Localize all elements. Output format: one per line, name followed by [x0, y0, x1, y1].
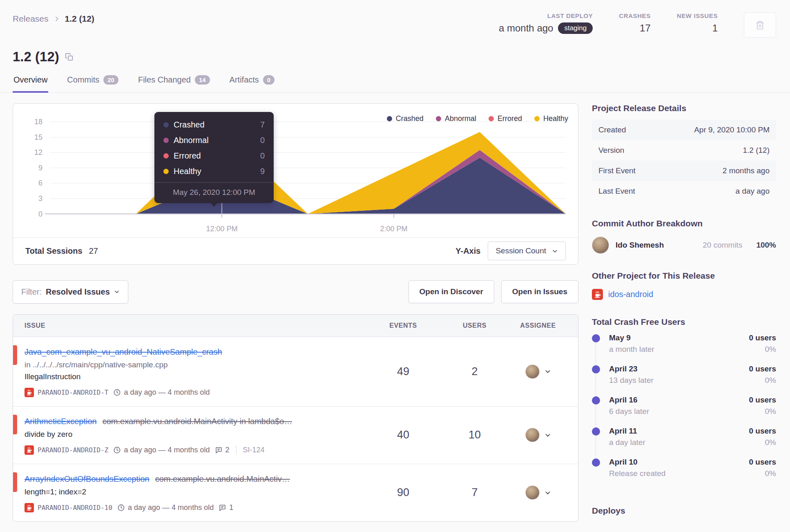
timeline-dot-icon	[592, 396, 600, 405]
breadcrumb-releases-link[interactable]: Releases	[13, 14, 49, 24]
release-sidebar: Project Release Details CreatedApr 9, 20…	[592, 103, 776, 522]
commits-count-badge: 20	[103, 75, 118, 85]
issue-age: a day ago — 4 months old	[117, 503, 214, 512]
issue-location: in ../../../../src/main/cpp/native-sampl…	[25, 360, 366, 369]
issue-title-link[interactable]: Java_com_example_vu_android_NativeSample…	[25, 346, 222, 358]
section-heading: Total Crash Free Users	[592, 317, 776, 327]
chart-footer: Total Sessions 27 Y-Axis Session Count	[13, 237, 578, 264]
title-row: 1.2 (12)	[0, 38, 790, 65]
section-heading: Commit Author Breakdown	[592, 219, 776, 228]
timeline-dot-icon	[592, 458, 600, 467]
detail-row: Version1.2 (12)	[592, 140, 776, 161]
project-badge[interactable]: PARANOID-ANDROID-T	[25, 388, 108, 397]
crash-free-users-section: Total Crash Free Users May 9a month late…	[592, 317, 776, 489]
open-in-discover-button[interactable]: Open in Discover	[408, 280, 494, 303]
chevron-down-icon	[552, 248, 558, 254]
tooltip-caret	[210, 203, 218, 207]
healthy-dot-icon	[163, 169, 169, 174]
legend-abnormal[interactable]: Abnormal	[436, 114, 476, 123]
last-deploy-label: LAST DEPLOY	[499, 12, 593, 19]
crashed-dot-icon	[387, 116, 392, 121]
project-release-details-section: Project Release Details CreatedApr 9, 20…	[592, 103, 776, 201]
new-issues-label: NEW ISSUES	[677, 12, 718, 19]
error-level-indicator	[13, 472, 17, 492]
crashed-dot-icon	[163, 122, 169, 127]
timeline-dot-icon	[592, 427, 600, 436]
assignee-avatar	[525, 428, 540, 442]
issue-message: divide by zero	[25, 430, 366, 439]
breadcrumb: Releases 1.2 (12)	[13, 12, 94, 24]
abnormal-dot-icon	[163, 138, 169, 143]
chevron-down-icon	[545, 368, 551, 375]
other-project-link[interactable]: idos-android	[608, 290, 653, 299]
open-in-issues-button[interactable]: Open in Issues	[501, 280, 578, 303]
legend-errored[interactable]: Errored	[489, 114, 522, 123]
author-row: Ido Shemesh 20 commits 100%	[592, 237, 776, 254]
issue-events-count: 49	[366, 365, 440, 378]
issue-message: length=1; index=2	[25, 487, 366, 496]
author-commit-count: 20 commits	[703, 241, 742, 250]
release-detail-page: Releases 1.2 (12) LAST DEPLOY a month ag…	[0, 0, 790, 532]
issue-title-link[interactable]: ArrayIndexOutOfBoundsException	[25, 473, 150, 485]
issue-events-count: 90	[366, 486, 440, 499]
issue-users-count: 2	[440, 365, 509, 378]
issue-comments[interactable]: 1	[219, 503, 233, 512]
svg-text:9: 9	[38, 164, 42, 172]
errored-dot-icon	[163, 153, 169, 159]
section-heading: Deploys	[592, 506, 776, 516]
new-issues-value: 1	[677, 22, 718, 34]
crashes-value: 17	[619, 22, 651, 34]
breadcrumb-current: 1.2 (12)	[65, 14, 94, 24]
author-avatar	[592, 237, 609, 254]
section-heading: Other Project for This Release	[592, 271, 776, 281]
detail-row: CreatedApr 9, 2020 10:00 PM	[592, 120, 776, 140]
svg-text:12: 12	[34, 148, 42, 156]
copy-version-button[interactable]	[65, 53, 74, 61]
legend-healthy[interactable]: Healthy	[534, 114, 568, 123]
other-project-section: Other Project for This Release idos-andr…	[592, 271, 776, 300]
tab-commits[interactable]: Commits 20	[66, 75, 119, 93]
project-badge[interactable]: PARANOID-ANDROID-Z	[25, 445, 108, 455]
legend-crashed[interactable]: Crashed	[387, 114, 424, 123]
release-details-table: CreatedApr 9, 2020 10:00 PM Version1.2 (…	[592, 120, 776, 201]
issue-title-link[interactable]: ArithmeticException	[25, 416, 97, 427]
yaxis-label: Y-Axis	[455, 246, 480, 256]
issues-filter-dropdown[interactable]: Filter: Resolved Issues	[13, 280, 128, 304]
comment-icon	[215, 446, 223, 454]
assignee-dropdown[interactable]	[509, 364, 567, 379]
svg-text:0: 0	[38, 210, 42, 218]
assignee-dropdown[interactable]	[509, 485, 567, 500]
assignee-avatar	[525, 485, 540, 500]
yaxis-select[interactable]: Session Count	[488, 241, 566, 260]
errored-dot-icon	[489, 116, 494, 121]
chevron-down-icon	[545, 432, 551, 438]
tab-files-changed[interactable]: Files Changed 14	[137, 75, 211, 93]
tab-overview[interactable]: Overview	[13, 75, 48, 93]
abnormal-dot-icon	[436, 116, 441, 121]
column-issue: ISSUE	[25, 322, 366, 329]
issue-row: Java_com_example_vu_android_NativeSample…	[13, 337, 578, 407]
issue-comments[interactable]: 2	[215, 446, 230, 454]
column-assignee: ASSIGNEE	[509, 322, 567, 329]
project-badge[interactable]: PARANOID-ANDROID-10	[25, 503, 112, 512]
issue-annotation-link[interactable]: SI-124	[243, 446, 265, 454]
svg-text:18: 18	[34, 118, 42, 126]
environment-badge: staging	[558, 22, 593, 34]
column-users: USERS	[440, 322, 509, 329]
tab-bar: Overview Commits 20 Files Changed 14 Art…	[0, 75, 790, 93]
tab-artifacts[interactable]: Artifacts 0	[229, 75, 276, 93]
svg-text:2:00 PM: 2:00 PM	[380, 225, 407, 233]
session-chart[interactable]: Crashed Abnormal Errored Healthy 0369121…	[21, 110, 570, 236]
timeline-item: April 10Release created 0 users0%	[592, 458, 776, 489]
issues-toolbar: Filter: Resolved Issues Open in Discover…	[13, 280, 578, 304]
issue-row: ArrayIndexOutOfBoundsException com.examp…	[13, 464, 578, 521]
new-issues-stat: NEW ISSUES 1	[677, 12, 718, 34]
assignee-dropdown[interactable]	[509, 428, 567, 442]
issue-message: IllegalInstruction	[25, 372, 366, 381]
delete-release-button[interactable]	[744, 12, 776, 38]
issues-panel: ISSUE EVENTS USERS ASSIGNEE Java_com_exa…	[13, 314, 578, 522]
files-changed-count-badge: 14	[195, 75, 210, 85]
column-events: EVENTS	[366, 322, 440, 329]
issue-users-count: 7	[440, 486, 509, 499]
issue-age: a day ago — 4 months old	[113, 388, 210, 397]
